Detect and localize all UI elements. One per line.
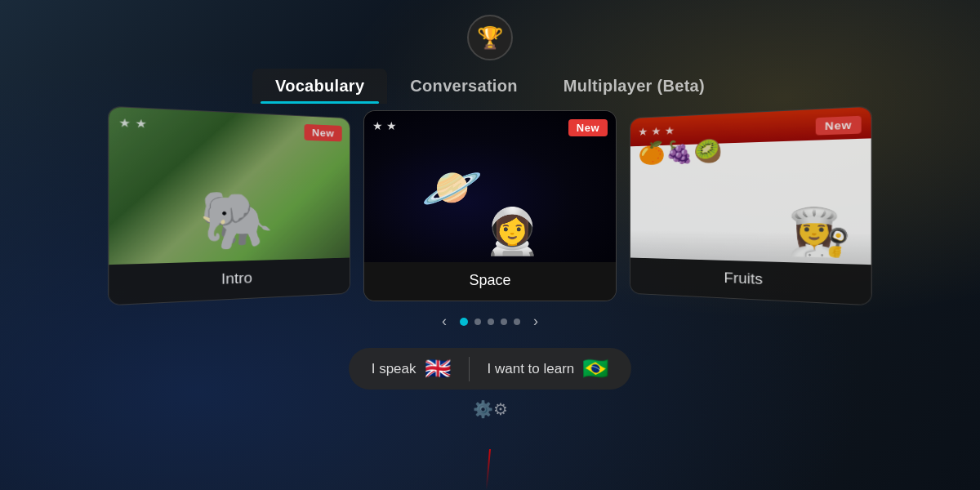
language-bar: I speak 🇬🇧 I want to learn 🇧🇷: [349, 348, 632, 390]
learn-section: I want to learn 🇧🇷: [488, 356, 609, 381]
star-2: ★: [386, 119, 397, 132]
star-2: ★: [135, 117, 147, 131]
card-intro-badge: New: [304, 124, 341, 141]
tab-bar: Vocabulary Conversation Multiplayer (Bet…: [252, 69, 728, 104]
card-fruits-stars: ★ ★ ★: [638, 124, 675, 138]
trophy-icon: 🏆: [477, 25, 503, 51]
card-space[interactable]: ★ ★ New Space: [363, 110, 617, 301]
card-intro[interactable]: ★ ★ New Intro: [108, 106, 350, 306]
card-fruits-image: ★ ★ ★ New: [630, 107, 871, 265]
speak-section: I speak 🇬🇧: [372, 356, 451, 381]
speak-flag-button[interactable]: 🇬🇧: [425, 356, 451, 381]
cards-container: ★ ★ New Intro ★ ★ New Space ★: [0, 110, 980, 301]
prev-page-button[interactable]: ‹: [435, 310, 453, 333]
dot-3[interactable]: [488, 318, 494, 325]
pagination: ‹ ›: [435, 310, 545, 333]
settings-button[interactable]: ⚙️⚙: [473, 399, 508, 419]
language-divider: [469, 357, 470, 381]
dot-1[interactable]: [460, 318, 468, 326]
speak-label: I speak: [372, 361, 416, 377]
learn-label: I want to learn: [488, 361, 575, 377]
star-1: ★: [118, 116, 131, 130]
star-2: ★: [651, 125, 661, 137]
dot-5[interactable]: [514, 318, 520, 325]
card-fruits-title: Fruits: [630, 258, 871, 305]
card-fruits-badge: New: [816, 116, 862, 136]
learn-flag-button[interactable]: 🇧🇷: [582, 356, 608, 381]
star-3: ★: [665, 124, 675, 137]
settings-icon: ⚙️⚙: [473, 400, 508, 418]
main-content: 🏆 Vocabulary Conversation Multiplayer (B…: [0, 0, 980, 490]
tab-vocabulary[interactable]: Vocabulary: [252, 69, 387, 104]
next-page-button[interactable]: ›: [527, 310, 545, 333]
card-intro-stars: ★ ★: [118, 116, 147, 131]
card-space-title: Space: [364, 262, 616, 301]
dot-4[interactable]: [501, 318, 507, 325]
card-intro-image: ★ ★ New: [109, 107, 350, 265]
trophy-button[interactable]: 🏆: [467, 15, 513, 60]
card-space-badge: New: [568, 119, 608, 136]
card-space-image: ★ ★ New: [364, 111, 616, 262]
star-1: ★: [638, 125, 648, 137]
card-space-stars: ★ ★: [372, 119, 397, 132]
card-fruits[interactable]: ★ ★ ★ New Fruits: [630, 106, 872, 306]
tab-conversation[interactable]: Conversation: [387, 69, 540, 104]
dot-2[interactable]: [474, 318, 481, 325]
card-intro-title: Intro: [109, 258, 350, 305]
star-1: ★: [372, 119, 383, 132]
tab-multiplayer[interactable]: Multiplayer (Beta): [541, 69, 728, 104]
